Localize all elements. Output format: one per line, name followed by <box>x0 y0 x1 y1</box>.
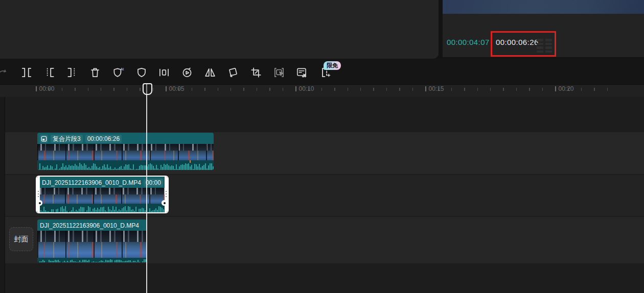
filmstrip <box>37 188 168 204</box>
clip-label: DJI_20251122163906_0010_D.MP4 <box>42 179 141 186</box>
limited-free-badge: 限免 <box>324 61 341 70</box>
freeze-frame-icon[interactable] <box>157 66 171 79</box>
select-icon[interactable] <box>272 66 286 79</box>
mirror-icon[interactable] <box>203 66 217 79</box>
crop-icon[interactable] <box>249 66 263 79</box>
clip-video[interactable]: DJI_20251122163906_0010_D.MP4 <box>37 219 147 262</box>
trim-handle-right[interactable] <box>165 177 168 212</box>
ruler-label: 00:05 <box>166 85 185 92</box>
clip-handle-left[interactable] <box>37 200 42 206</box>
playhead-timecode: 00:00:04:07 <box>447 38 490 46</box>
speed-icon[interactable] <box>180 66 194 79</box>
clip-handle-right[interactable] <box>162 200 167 206</box>
playhead-handle[interactable] <box>143 83 152 95</box>
smart-mask-ai-icon[interactable]: AI <box>111 66 125 79</box>
ruler-label: 00:20 <box>555 85 574 92</box>
split-delete-right-icon[interactable] <box>65 66 79 79</box>
audio-waveform <box>37 204 168 213</box>
media-library-panel <box>0 0 439 59</box>
compound-clip-icon <box>40 135 48 143</box>
time-ruler[interactable] <box>0 84 644 97</box>
cover-button[interactable]: 封面 <box>9 227 33 251</box>
audio-waveform <box>37 160 214 170</box>
playhead-line[interactable] <box>146 83 147 293</box>
filmstrip <box>37 144 214 160</box>
delete-icon[interactable] <box>88 66 102 79</box>
svg-text:AI: AI <box>121 67 124 71</box>
ruler-ticks <box>36 88 618 91</box>
clip-compound[interactable]: 复合片段3 00:00:06:26 <box>37 133 214 170</box>
ruler-label: 00:15 <box>425 85 444 92</box>
clip-video-selected[interactable]: DJI_20251122163906_0010_D.MP4 00:00 <box>36 176 169 213</box>
audio-waveform <box>37 258 147 262</box>
keyframe-marker <box>190 160 191 163</box>
ruler-label: 00:00 <box>36 85 55 92</box>
mask-icon[interactable] <box>135 66 148 79</box>
redo-icon[interactable] <box>0 66 10 79</box>
track-gutter <box>0 97 5 293</box>
clip-duration: 00:00:06:26 <box>85 135 122 143</box>
smart-caption-cut-icon[interactable] <box>295 66 308 79</box>
split-delete-left-icon[interactable] <box>43 66 56 79</box>
trim-handle-left[interactable] <box>37 177 40 212</box>
clip-label: 复合片段3 <box>51 135 83 143</box>
clip-label: DJI_20251122163906_0010_D.MP4 <box>40 222 139 229</box>
rotate-icon[interactable] <box>226 66 240 79</box>
frame-list-icon[interactable] <box>537 39 552 53</box>
ruler-label: 00:10 <box>295 85 314 92</box>
video-preview <box>443 0 644 14</box>
player-panel: 00:00:04:07 00:00:06:26 <box>443 0 644 57</box>
filmstrip <box>37 231 147 258</box>
split-icon[interactable] <box>20 66 33 79</box>
